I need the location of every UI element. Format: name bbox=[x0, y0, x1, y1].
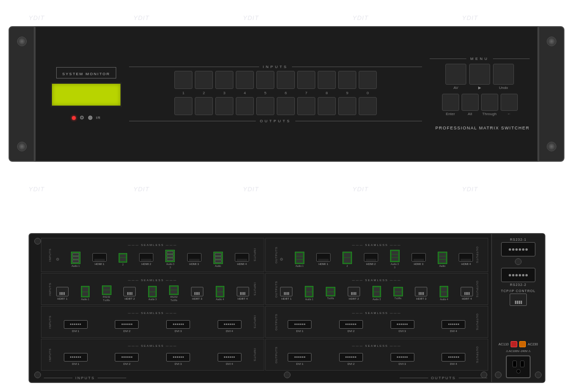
tcp-ip-label: TCP/IP CONTROL bbox=[501, 289, 536, 293]
ac-btn-red[interactable] bbox=[511, 341, 517, 347]
menu-btn-all[interactable] bbox=[462, 94, 479, 111]
dvi-out-bot-jack-1[interactable] bbox=[288, 353, 312, 362]
audio-pin-a3-3 bbox=[167, 258, 173, 261]
input-btn-4-top[interactable] bbox=[236, 71, 254, 89]
professional-label: PROFESSIONAL MATRIX SWITCHER bbox=[435, 123, 530, 131]
dvi-in-bot-jack-2[interactable] bbox=[115, 353, 139, 362]
dvi-out-top-jack-4[interactable] bbox=[442, 320, 465, 329]
slot-hdbt-out-seamless: ——— SEAMLESS ——— bbox=[274, 274, 480, 283]
hdmi-out-jack-1[interactable] bbox=[316, 253, 331, 262]
dvi-in-top-jack-3[interactable] bbox=[166, 320, 190, 329]
ao4-p3 bbox=[439, 260, 446, 263]
watermark-4: YDIT bbox=[352, 14, 369, 21]
rs232-hdbt-term-3 bbox=[169, 285, 179, 295]
input-btn-4-bot[interactable] bbox=[236, 97, 254, 115]
menu-btn-av[interactable] bbox=[445, 64, 466, 85]
dvi-out-top-jack-1[interactable] bbox=[288, 320, 312, 329]
input-btn-8-top[interactable] bbox=[318, 71, 336, 89]
dvi-in-bot-jack-4[interactable] bbox=[218, 353, 241, 362]
input-btn-5-bot[interactable] bbox=[256, 97, 274, 115]
hdmi-in-port-4: HDMI 4 bbox=[235, 253, 249, 265]
hdbt-in-port-1: HDBT 1 bbox=[56, 287, 69, 300]
input-btn-1-bot[interactable] bbox=[174, 97, 192, 115]
dop36 bbox=[406, 323, 408, 325]
input-btn-9-top[interactable] bbox=[338, 71, 356, 89]
input-btn-2-bot[interactable] bbox=[195, 97, 213, 115]
input-btn-1-top[interactable] bbox=[174, 71, 192, 89]
dvi-out-bot-jack-3[interactable] bbox=[391, 353, 414, 362]
input-btn-8-bot[interactable] bbox=[318, 97, 336, 115]
menu-btn-undo[interactable] bbox=[493, 64, 514, 85]
rj45op-43 bbox=[467, 292, 468, 295]
audio-terminal-out-2 bbox=[342, 252, 352, 264]
dvi-in-top-port-2: DVI 2 bbox=[115, 320, 139, 333]
audio-out-4: Audio bbox=[438, 252, 447, 267]
input-btn-3-top[interactable] bbox=[215, 71, 233, 89]
audio-pin-a4-1 bbox=[215, 253, 221, 256]
input-btn-5-top[interactable] bbox=[256, 71, 274, 89]
hdbt-out-jack-4[interactable] bbox=[461, 287, 473, 296]
menu-btn-arrow[interactable] bbox=[469, 64, 490, 85]
dvi-out-top-jack-2[interactable] bbox=[339, 320, 363, 329]
hdmi-out-jack-2[interactable] bbox=[364, 253, 378, 262]
dop23 bbox=[349, 323, 351, 325]
hdbt-out-jack-1[interactable] bbox=[280, 287, 292, 296]
rs232-1-connector[interactable] bbox=[501, 242, 535, 256]
hdbt-in-port-3: HDBT 3 bbox=[191, 287, 203, 300]
hdmi-in-jack-2[interactable] bbox=[139, 253, 153, 262]
dvi-in-bot-jack-1[interactable] bbox=[64, 353, 88, 362]
hdmi-in-jack-4[interactable] bbox=[235, 253, 249, 262]
dp24 bbox=[127, 323, 129, 325]
dp1 bbox=[70, 323, 71, 325]
menu-btn-through[interactable] bbox=[481, 94, 498, 111]
dibot25 bbox=[129, 356, 131, 358]
audio-hdbt-in-1: Audio 1 bbox=[81, 286, 90, 301]
hdbt-out-jack-2[interactable] bbox=[348, 287, 360, 296]
slot-dvi-out-top-right-label: OUTPUTS bbox=[476, 314, 479, 331]
slot-hdmi-out-right-label: OUTPUTS bbox=[476, 246, 479, 264]
dvi-out-bot-jack-2[interactable] bbox=[339, 353, 363, 362]
hdmi-in-jack-1[interactable] bbox=[92, 253, 107, 262]
dvi-in-top-jack-2[interactable] bbox=[115, 320, 139, 329]
input-btn-7-top[interactable] bbox=[297, 71, 315, 89]
rs232-1-pin-2 bbox=[512, 248, 514, 251]
rhbo3-p1 bbox=[395, 288, 402, 292]
input-btn-3-bot[interactable] bbox=[215, 97, 233, 115]
rs232-2-connector[interactable] bbox=[501, 268, 535, 282]
audio-hdbt-out-term-1 bbox=[305, 286, 313, 297]
hdmi-in-jack-3[interactable] bbox=[187, 253, 201, 262]
dobot31 bbox=[397, 356, 398, 358]
slot-dvi-in-bot-right-label: INPUTS bbox=[253, 348, 256, 361]
input-btn-2-top[interactable] bbox=[195, 71, 213, 89]
input-btn-0-bot[interactable] bbox=[359, 97, 377, 115]
dvi-in-top-jack-4[interactable] bbox=[218, 320, 241, 329]
hdmi-out-jack-4[interactable] bbox=[459, 253, 473, 262]
input-btn-7-bot[interactable] bbox=[297, 97, 315, 115]
input-btn-0-top[interactable] bbox=[359, 71, 377, 89]
rj45op-24 bbox=[355, 292, 356, 295]
hdbt-in-jack-1[interactable] bbox=[56, 287, 69, 296]
dvi-out-bot-jack-4[interactable] bbox=[442, 353, 465, 362]
dvi-in-bot-jack-3[interactable] bbox=[166, 353, 190, 362]
power-socket[interactable] bbox=[506, 355, 531, 378]
input-btn-6-bot[interactable] bbox=[277, 97, 295, 115]
input-btn-6-top[interactable] bbox=[277, 71, 295, 89]
hdmi-out-jack-3[interactable] bbox=[412, 253, 426, 262]
hdbt-in-jack-4[interactable] bbox=[237, 287, 249, 296]
hdbt-out-label-3: HDBT 3 bbox=[416, 297, 426, 300]
dp35 bbox=[181, 323, 182, 325]
dvi-in-top-label-1: DVI 1 bbox=[72, 330, 79, 333]
menu-btn-enter[interactable] bbox=[442, 94, 459, 111]
hdbt-in-jack-3[interactable] bbox=[191, 287, 203, 296]
hdbt-out-connectors: HDBT 1 Audio 1 Tx±Rx bbox=[274, 284, 480, 303]
hdbt-in-jack-2[interactable] bbox=[123, 287, 136, 296]
rs232-hdbt-out-term-3 bbox=[393, 287, 403, 296]
menu-btn-back[interactable] bbox=[501, 94, 518, 111]
hdbt-out-jack-3[interactable] bbox=[415, 287, 427, 296]
dvi-in-top-jack-1[interactable] bbox=[64, 320, 88, 329]
dvi-out-top-jack-3[interactable] bbox=[391, 320, 414, 329]
ac-btn-orange[interactable] bbox=[519, 341, 526, 347]
tcp-ip-rj45[interactable] bbox=[510, 294, 527, 306]
rj45op-12 bbox=[285, 292, 286, 295]
input-btn-9-bot[interactable] bbox=[338, 97, 356, 115]
